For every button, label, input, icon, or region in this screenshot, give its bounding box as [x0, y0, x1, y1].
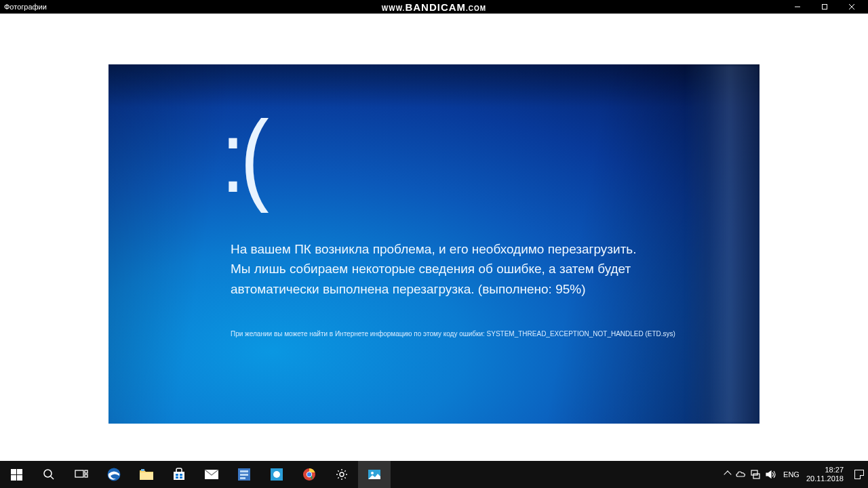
- tray-overflow-icon[interactable]: [724, 470, 731, 478]
- svg-rect-5: [17, 469, 22, 474]
- svg-rect-12: [85, 474, 87, 477]
- task-view-button[interactable]: [65, 461, 98, 488]
- taskbar-app-generic2[interactable]: [260, 461, 293, 488]
- svg-rect-34: [751, 470, 757, 475]
- svg-rect-1: [823, 5, 827, 9]
- svg-point-27: [273, 471, 280, 478]
- bsod-error-code: При желании вы можете найти в Интернете …: [231, 330, 675, 338]
- language-indicator[interactable]: ENG: [783, 470, 800, 479]
- svg-rect-11: [85, 470, 87, 473]
- taskbar-app-mail[interactable]: [195, 461, 228, 488]
- action-center-icon[interactable]: [854, 470, 864, 479]
- svg-rect-4: [11, 469, 16, 474]
- svg-rect-7: [17, 475, 22, 481]
- svg-rect-23: [240, 470, 248, 472]
- svg-rect-18: [180, 474, 182, 476]
- svg-rect-20: [180, 476, 182, 479]
- svg-rect-19: [176, 476, 178, 479]
- svg-rect-24: [240, 474, 248, 476]
- sad-face-icon: :(: [221, 98, 264, 216]
- svg-rect-17: [176, 474, 178, 476]
- onedrive-icon[interactable]: [736, 470, 745, 479]
- svg-rect-35: [753, 474, 760, 479]
- taskbar-app-explorer[interactable]: [130, 461, 163, 488]
- svg-point-30: [307, 472, 311, 476]
- app-title: Фотографии: [4, 3, 47, 11]
- taskbar-app-generic1[interactable]: [228, 461, 260, 488]
- titlebar: Фотографии WWW.BANDICAM.COM: [0, 0, 868, 14]
- svg-point-8: [44, 470, 52, 477]
- svg-point-31: [340, 472, 344, 476]
- taskbar-app-store[interactable]: [163, 461, 195, 488]
- photo-viewport: :( На вашем ПК возникла проблема, и его …: [0, 14, 868, 461]
- minimize-button[interactable]: [784, 0, 811, 14]
- bandicam-watermark: WWW.BANDICAM.COM: [382, 1, 486, 13]
- bsod-image: :( На вашем ПК возникла проблема, и его …: [108, 64, 760, 424]
- svg-rect-15: [141, 469, 144, 471]
- clock[interactable]: 18:27 20.11.2018: [806, 466, 844, 483]
- clock-time: 18:27: [806, 466, 844, 474]
- tray-icons: [725, 470, 776, 479]
- taskbar-app-settings[interactable]: [326, 461, 358, 488]
- taskbar-app-chrome[interactable]: [293, 461, 326, 488]
- svg-point-33: [371, 472, 374, 474]
- svg-rect-10: [75, 470, 83, 477]
- volume-icon[interactable]: [766, 470, 776, 479]
- svg-rect-25: [240, 477, 245, 479]
- search-button[interactable]: [33, 461, 65, 488]
- svg-rect-16: [174, 472, 184, 480]
- close-button[interactable]: [838, 0, 865, 14]
- network-icon[interactable]: [751, 470, 760, 479]
- taskbar-app-edge[interactable]: [98, 461, 130, 488]
- bsod-message: На вашем ПК возникла проблема, и его нео…: [231, 239, 651, 299]
- svg-rect-14: [140, 472, 153, 480]
- start-button[interactable]: [0, 461, 33, 488]
- clock-date: 20.11.2018: [806, 474, 844, 483]
- svg-rect-6: [11, 475, 16, 481]
- taskbar-app-photos[interactable]: [358, 461, 391, 488]
- svg-line-9: [51, 476, 54, 479]
- taskbar: ENG 18:27 20.11.2018: [0, 461, 868, 488]
- maximize-button[interactable]: [811, 0, 838, 14]
